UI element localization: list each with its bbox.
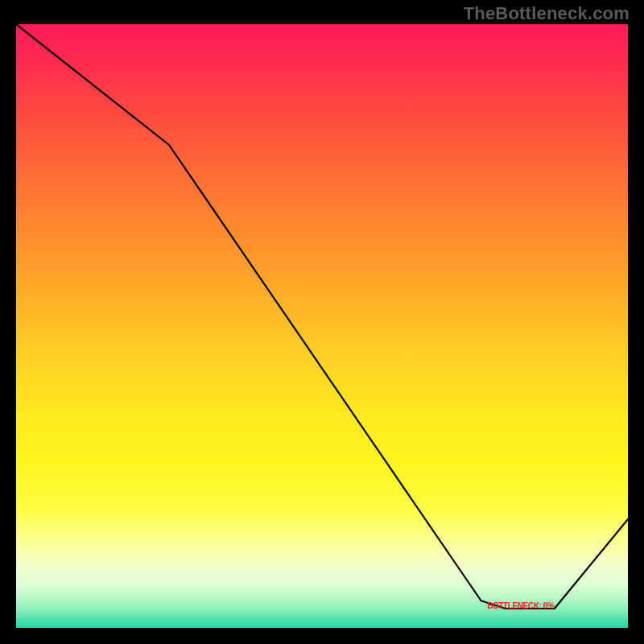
chart-stage: TheBottleneck.com BOTTLENECK: 0% <box>0 0 644 644</box>
watermark-text: TheBottleneck.com <box>464 3 630 24</box>
plot-area: BOTTLENECK: 0% <box>16 24 628 628</box>
minimum-annotation: BOTTLENECK: 0% <box>487 601 554 610</box>
bottleneck-curve <box>16 24 628 628</box>
